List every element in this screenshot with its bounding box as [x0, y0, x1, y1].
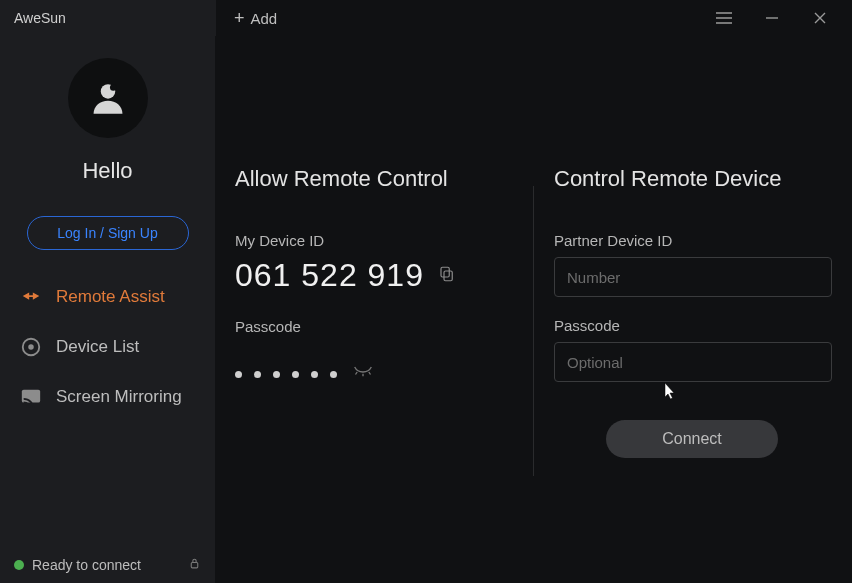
control-remote-device-panel: Control Remote Device Partner Device ID … [534, 36, 832, 583]
sidebar-item-screen-mirroring[interactable]: Screen Mirroring [0, 372, 215, 422]
control-panel-title: Control Remote Device [554, 166, 832, 192]
passcode-dot [292, 371, 299, 378]
window-controls [700, 0, 844, 36]
passcode-dot [235, 371, 242, 378]
status-text: Ready to connect [32, 557, 141, 573]
passcode-dot [254, 371, 261, 378]
profile-section: Hello [0, 36, 215, 194]
allow-panel-title: Allow Remote Control [235, 166, 533, 192]
connect-button[interactable]: Connect [606, 420, 778, 458]
status-indicator-icon [14, 560, 24, 570]
svg-rect-4 [22, 390, 40, 403]
my-device-id-label: My Device ID [235, 232, 533, 249]
add-label: Add [251, 10, 278, 27]
close-icon [813, 11, 827, 25]
copy-device-id-button[interactable] [438, 265, 456, 287]
eye-closed-icon [353, 365, 373, 379]
app-name: AweSun [0, 0, 216, 36]
remote-assist-icon [20, 286, 42, 308]
sidebar-item-device-list[interactable]: Device List [0, 322, 215, 372]
passcode-label: Passcode [235, 318, 533, 335]
svg-rect-7 [441, 267, 449, 277]
allow-remote-control-panel: Allow Remote Control My Device ID 061 52… [233, 36, 533, 583]
svg-point-3 [28, 344, 34, 350]
lock-button[interactable] [188, 557, 201, 573]
sidebar-item-label: Remote Assist [56, 287, 165, 307]
screen-mirroring-icon [20, 386, 42, 408]
close-button[interactable] [796, 0, 844, 36]
my-device-id-value: 061 522 919 [235, 257, 424, 294]
reveal-passcode-button[interactable] [353, 365, 373, 383]
passcode-dot [273, 371, 280, 378]
passcode-dot [330, 371, 337, 378]
sidebar-item-label: Device List [56, 337, 139, 357]
passcode-row [235, 365, 533, 383]
user-icon [87, 77, 129, 119]
partner-device-id-input[interactable] [554, 257, 832, 297]
greeting-text: Hello [82, 158, 132, 184]
svg-rect-6 [444, 271, 452, 281]
passcode-masked [235, 371, 337, 378]
hamburger-icon [716, 12, 732, 24]
main: Hello Log In / Sign Up Remote Assist Dev… [0, 36, 852, 583]
sidebar-nav: Remote Assist Device List Screen Mirrori… [0, 268, 215, 422]
svg-rect-5 [191, 562, 198, 567]
login-signup-button[interactable]: Log In / Sign Up [27, 216, 189, 250]
passcode-dot [311, 371, 318, 378]
sidebar: Hello Log In / Sign Up Remote Assist Dev… [0, 36, 215, 583]
svg-point-1 [109, 84, 116, 91]
remote-passcode-input[interactable] [554, 342, 832, 382]
avatar[interactable] [68, 58, 148, 138]
add-button[interactable]: + Add [228, 5, 283, 31]
minimize-icon [765, 11, 779, 25]
sidebar-item-label: Screen Mirroring [56, 387, 182, 407]
copy-icon [438, 265, 456, 283]
remote-passcode-label: Passcode [554, 317, 832, 334]
device-id-row: 061 522 919 [235, 257, 533, 294]
lock-icon [188, 557, 201, 570]
plus-icon: + [234, 9, 245, 27]
sidebar-item-remote-assist[interactable]: Remote Assist [0, 272, 215, 322]
menu-button[interactable] [700, 0, 748, 36]
title-bar: AweSun + Add [0, 0, 852, 36]
content: Allow Remote Control My Device ID 061 52… [215, 36, 852, 583]
status-bar: Ready to connect [0, 547, 215, 583]
partner-device-id-label: Partner Device ID [554, 232, 832, 249]
title-bar-right: + Add [216, 0, 852, 36]
minimize-button[interactable] [748, 0, 796, 36]
device-list-icon [20, 336, 42, 358]
